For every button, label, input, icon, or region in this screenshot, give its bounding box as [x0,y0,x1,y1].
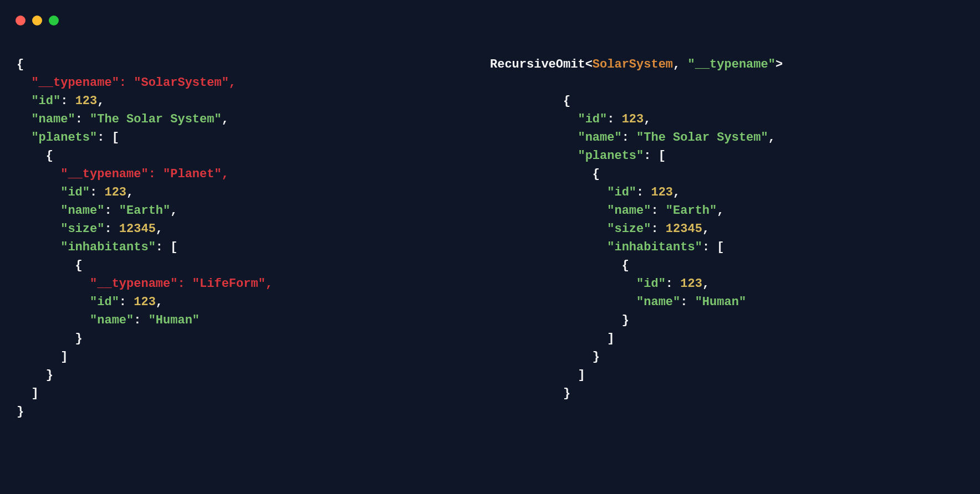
code-token: } [490,387,570,400]
code-line: { [490,256,963,275]
code-token: ] [17,350,68,364]
code-token: 123 [651,186,673,199]
code-token: : [ [702,240,724,254]
code-line: { [17,256,490,275]
code-token: } [17,332,83,346]
code-line: ] [17,348,490,366]
code-token [490,149,578,163]
minimize-icon[interactable] [32,16,42,25]
code-token [17,222,60,236]
code-token: : [666,277,680,291]
code-token [490,186,607,199]
code-line: "name": "The Solar System", [17,110,490,128]
code-token: , [156,295,163,309]
code-token: : [ [97,131,119,145]
code-token: : [636,186,651,199]
code-token [17,204,60,218]
code-line: "id": 123, [17,92,490,110]
code-token: "size" [607,222,651,236]
code-line: "id": 123, [17,183,490,202]
code-token: , [97,94,104,108]
code-token: , [126,186,134,199]
code-token [490,112,578,126]
code-token: "id" [31,94,60,108]
code-line: { [17,147,490,165]
code-token: , [702,277,710,291]
code-token: 123 [75,94,98,108]
code-token: : [680,295,695,309]
code-token: SolarSystem [593,58,673,71]
code-token [490,131,578,145]
code-token: : [119,295,134,309]
code-line: ] [490,366,963,384]
code-token: : [ [644,149,666,163]
code-token: "inhabitants" [60,240,156,254]
code-token: : [651,222,665,236]
code-line: } [490,311,963,330]
code-token: , [717,204,724,218]
code-token: , [702,222,710,236]
code-token: 12345 [119,222,156,236]
code-token [490,204,607,218]
code-token: : [75,112,90,126]
code-token: "The Solar System" [90,112,222,126]
code-token: } [17,368,53,382]
code-token: "__typename": "Planet", [60,167,229,181]
type-expression: RecursiveOmit<SolarSystem, "__typename"> [490,55,963,74]
code-token: , [673,58,687,71]
code-token: "id" [607,186,636,199]
code-token [17,112,31,126]
code-token: , [644,112,651,126]
code-token: 123 [104,186,126,199]
code-token [490,240,607,254]
code-token [17,76,31,90]
code-token [17,295,90,309]
code-token: "size" [60,222,104,236]
code-token: : [134,313,148,327]
code-token: , [170,204,177,218]
code-token: "name" [90,313,134,327]
code-line: { [490,92,963,110]
code-token: "Human" [149,313,200,327]
code-token [17,313,90,327]
code-token: "__typename": "SolarSystem", [31,76,236,90]
window-controls [16,16,59,25]
code-token: { [17,259,83,272]
code-token: ] [17,387,39,400]
code-token [17,277,90,291]
code-token [490,295,636,309]
code-token: : [651,204,665,218]
code-content: { "__typename": "SolarSystem", "id": 123… [17,55,963,421]
left-code-pane: { "__typename": "SolarSystem", "id": 123… [17,55,490,421]
code-line: "id": 123, [17,293,490,311]
code-token: 123 [134,295,156,309]
code-token: "id" [90,295,119,309]
code-line: "name": "The Solar System", [490,128,963,147]
code-token [17,186,60,199]
code-token: { [490,259,629,272]
code-token: "__typename" [687,58,775,71]
code-token: : [90,186,104,199]
code-token: { [17,149,53,163]
code-line: "name": "Human" [490,293,963,311]
code-token: "planets" [31,131,97,145]
code-token: : [607,112,621,126]
code-line: { [490,165,963,183]
code-token [490,277,636,291]
code-token: "__typename": "LifeForm", [90,277,273,291]
code-line: } [17,403,490,421]
right-code-pane: RecursiveOmit<SolarSystem, "__typename">… [490,55,963,421]
code-line: } [490,384,963,403]
code-token [490,222,607,236]
code-token: > [775,58,783,71]
close-icon[interactable] [16,16,25,25]
code-token: } [17,405,24,419]
code-token [17,167,60,181]
zoom-icon[interactable] [49,16,59,25]
blank-line [490,74,963,92]
code-token: : [60,94,75,108]
code-line: "__typename": "SolarSystem", [17,74,490,92]
code-token: : [ [156,240,178,254]
code-token: : [622,131,636,145]
code-token: : [104,222,119,236]
